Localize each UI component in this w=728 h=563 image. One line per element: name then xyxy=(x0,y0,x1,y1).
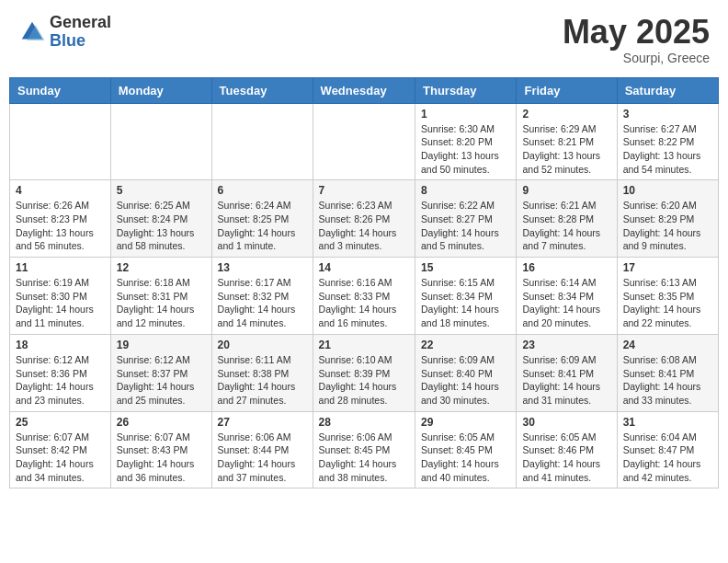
day-number: 8 xyxy=(421,184,510,197)
calendar-week-4: 18Sunrise: 6:12 AM Sunset: 8:36 PM Dayli… xyxy=(10,334,719,411)
calendar-week-2: 4Sunrise: 6:26 AM Sunset: 8:23 PM Daylig… xyxy=(10,180,719,258)
day-number: 11 xyxy=(16,261,105,274)
calendar-week-3: 11Sunrise: 6:19 AM Sunset: 8:30 PM Dayli… xyxy=(10,258,719,335)
day-info: Sunrise: 6:07 AM Sunset: 8:42 PM Dayligh… xyxy=(16,431,105,485)
calendar-cell: 9Sunrise: 6:21 AM Sunset: 8:28 PM Daylig… xyxy=(517,180,617,258)
day-info: Sunrise: 6:09 AM Sunset: 8:41 PM Dayligh… xyxy=(522,353,610,408)
calendar-cell: 24Sunrise: 6:08 AM Sunset: 8:41 PM Dayli… xyxy=(617,334,718,411)
calendar-cell: 27Sunrise: 6:06 AM Sunset: 8:44 PM Dayli… xyxy=(211,411,313,488)
day-number: 7 xyxy=(319,184,409,197)
page-header: General Blue May 2025 Sourpi, Greece xyxy=(9,9,719,70)
calendar-cell xyxy=(313,103,415,180)
calendar-cell: 29Sunrise: 6:05 AM Sunset: 8:45 PM Dayli… xyxy=(415,411,517,488)
day-header-friday: Friday xyxy=(517,77,617,103)
calendar-cell: 30Sunrise: 6:05 AM Sunset: 8:46 PM Dayli… xyxy=(517,411,617,488)
day-number: 14 xyxy=(319,261,409,274)
day-header-sunday: Sunday xyxy=(10,77,111,103)
day-info: Sunrise: 6:06 AM Sunset: 8:44 PM Dayligh… xyxy=(218,431,307,485)
calendar-cell: 11Sunrise: 6:19 AM Sunset: 8:30 PM Dayli… xyxy=(10,258,111,335)
calendar-cell: 21Sunrise: 6:10 AM Sunset: 8:39 PM Dayli… xyxy=(313,334,415,411)
day-info: Sunrise: 6:16 AM Sunset: 8:33 PM Dayligh… xyxy=(319,276,409,330)
calendar-cell: 1Sunrise: 6:30 AM Sunset: 8:20 PM Daylig… xyxy=(415,103,517,180)
day-number: 13 xyxy=(218,261,307,274)
logo-text: General Blue xyxy=(50,14,111,51)
calendar-cell: 10Sunrise: 6:20 AM Sunset: 8:29 PM Dayli… xyxy=(617,180,718,258)
day-number: 31 xyxy=(623,416,712,429)
day-number: 10 xyxy=(623,184,712,197)
calendar-cell: 5Sunrise: 6:25 AM Sunset: 8:24 PM Daylig… xyxy=(110,180,211,258)
logo-blue-text: Blue xyxy=(50,32,111,51)
day-info: Sunrise: 6:22 AM Sunset: 8:27 PM Dayligh… xyxy=(421,199,510,253)
calendar-week-5: 25Sunrise: 6:07 AM Sunset: 8:42 PM Dayli… xyxy=(10,411,719,488)
day-info: Sunrise: 6:17 AM Sunset: 8:32 PM Dayligh… xyxy=(218,276,307,330)
day-info: Sunrise: 6:23 AM Sunset: 8:26 PM Dayligh… xyxy=(319,199,409,253)
calendar-cell: 2Sunrise: 6:29 AM Sunset: 8:21 PM Daylig… xyxy=(517,103,617,180)
title-section: May 2025 Sourpi, Greece xyxy=(563,14,710,65)
day-number: 28 xyxy=(319,416,409,429)
day-info: Sunrise: 6:05 AM Sunset: 8:46 PM Dayligh… xyxy=(522,431,610,485)
day-info: Sunrise: 6:09 AM Sunset: 8:40 PM Dayligh… xyxy=(421,353,510,408)
day-info: Sunrise: 6:14 AM Sunset: 8:34 PM Dayligh… xyxy=(522,276,610,330)
calendar-cell: 28Sunrise: 6:06 AM Sunset: 8:45 PM Dayli… xyxy=(313,411,415,488)
calendar-cell: 7Sunrise: 6:23 AM Sunset: 8:26 PM Daylig… xyxy=(313,180,415,258)
calendar-header-row: SundayMondayTuesdayWednesdayThursdayFrid… xyxy=(10,77,719,103)
calendar-cell: 19Sunrise: 6:12 AM Sunset: 8:37 PM Dayli… xyxy=(110,334,211,411)
day-number: 27 xyxy=(218,416,307,429)
day-number: 21 xyxy=(319,339,409,351)
day-info: Sunrise: 6:24 AM Sunset: 8:25 PM Dayligh… xyxy=(218,199,307,253)
calendar-cell xyxy=(110,103,211,180)
calendar-cell: 12Sunrise: 6:18 AM Sunset: 8:31 PM Dayli… xyxy=(110,258,211,335)
day-info: Sunrise: 6:27 AM Sunset: 8:22 PM Dayligh… xyxy=(623,122,712,177)
calendar-cell: 17Sunrise: 6:13 AM Sunset: 8:35 PM Dayli… xyxy=(617,258,718,335)
logo-icon xyxy=(18,18,46,46)
calendar-cell xyxy=(10,103,111,180)
calendar-cell: 4Sunrise: 6:26 AM Sunset: 8:23 PM Daylig… xyxy=(10,180,111,258)
day-info: Sunrise: 6:19 AM Sunset: 8:30 PM Dayligh… xyxy=(16,276,105,330)
day-number: 4 xyxy=(16,184,105,197)
day-header-tuesday: Tuesday xyxy=(211,77,313,103)
day-info: Sunrise: 6:11 AM Sunset: 8:38 PM Dayligh… xyxy=(218,353,307,408)
day-number: 26 xyxy=(117,416,206,429)
day-info: Sunrise: 6:25 AM Sunset: 8:24 PM Dayligh… xyxy=(117,199,206,253)
calendar-table: SundayMondayTuesdayWednesdayThursdayFrid… xyxy=(9,77,719,489)
day-info: Sunrise: 6:21 AM Sunset: 8:28 PM Dayligh… xyxy=(522,199,610,253)
day-number: 19 xyxy=(117,339,206,351)
day-number: 29 xyxy=(421,416,510,429)
logo-general-text: General xyxy=(50,14,111,32)
calendar-cell: 16Sunrise: 6:14 AM Sunset: 8:34 PM Dayli… xyxy=(517,258,617,335)
day-number: 15 xyxy=(421,261,510,274)
day-info: Sunrise: 6:08 AM Sunset: 8:41 PM Dayligh… xyxy=(623,353,712,408)
calendar-cell: 20Sunrise: 6:11 AM Sunset: 8:38 PM Dayli… xyxy=(211,334,313,411)
calendar-cell: 23Sunrise: 6:09 AM Sunset: 8:41 PM Dayli… xyxy=(517,334,617,411)
day-number: 6 xyxy=(218,184,307,197)
day-info: Sunrise: 6:06 AM Sunset: 8:45 PM Dayligh… xyxy=(319,431,409,485)
day-info: Sunrise: 6:05 AM Sunset: 8:45 PM Dayligh… xyxy=(421,431,510,485)
day-info: Sunrise: 6:15 AM Sunset: 8:34 PM Dayligh… xyxy=(421,276,510,330)
day-info: Sunrise: 6:18 AM Sunset: 8:31 PM Dayligh… xyxy=(117,276,206,330)
calendar-cell: 26Sunrise: 6:07 AM Sunset: 8:43 PM Dayli… xyxy=(110,411,211,488)
day-info: Sunrise: 6:29 AM Sunset: 8:21 PM Dayligh… xyxy=(522,122,610,177)
day-info: Sunrise: 6:30 AM Sunset: 8:20 PM Dayligh… xyxy=(421,122,510,177)
day-info: Sunrise: 6:04 AM Sunset: 8:47 PM Dayligh… xyxy=(623,431,712,485)
day-number: 3 xyxy=(623,108,712,121)
day-number: 30 xyxy=(522,416,610,429)
calendar-cell: 15Sunrise: 6:15 AM Sunset: 8:34 PM Dayli… xyxy=(415,258,517,335)
day-header-thursday: Thursday xyxy=(415,77,517,103)
calendar-cell: 8Sunrise: 6:22 AM Sunset: 8:27 PM Daylig… xyxy=(415,180,517,258)
calendar-week-1: 1Sunrise: 6:30 AM Sunset: 8:20 PM Daylig… xyxy=(10,103,719,180)
day-info: Sunrise: 6:12 AM Sunset: 8:36 PM Dayligh… xyxy=(16,353,105,408)
day-number: 2 xyxy=(522,108,610,121)
day-info: Sunrise: 6:20 AM Sunset: 8:29 PM Dayligh… xyxy=(623,199,712,253)
calendar-cell: 6Sunrise: 6:24 AM Sunset: 8:25 PM Daylig… xyxy=(211,180,313,258)
calendar-cell: 22Sunrise: 6:09 AM Sunset: 8:40 PM Dayli… xyxy=(415,334,517,411)
day-number: 22 xyxy=(421,339,510,351)
day-number: 20 xyxy=(218,339,307,351)
day-header-monday: Monday xyxy=(110,77,211,103)
location-subtitle: Sourpi, Greece xyxy=(563,51,710,65)
day-number: 16 xyxy=(522,261,610,274)
calendar-cell: 31Sunrise: 6:04 AM Sunset: 8:47 PM Dayli… xyxy=(617,411,718,488)
day-number: 24 xyxy=(623,339,712,351)
month-title: May 2025 xyxy=(563,14,710,51)
day-number: 12 xyxy=(117,261,206,274)
day-number: 18 xyxy=(16,339,105,351)
